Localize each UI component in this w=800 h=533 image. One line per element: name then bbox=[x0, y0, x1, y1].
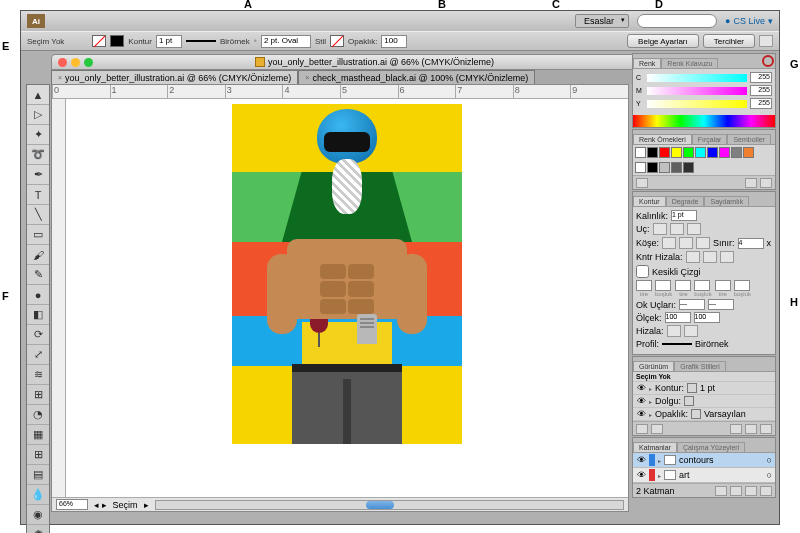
swatch[interactable] bbox=[659, 147, 670, 158]
tab-artboards[interactable]: Çalışma Yüzeyleri bbox=[677, 442, 745, 452]
tab-appearance[interactable]: Görünüm bbox=[633, 361, 674, 371]
swatch[interactable] bbox=[635, 147, 646, 158]
perspective-tool[interactable]: ▦ bbox=[27, 425, 49, 445]
swatch[interactable] bbox=[695, 147, 706, 158]
swatch[interactable] bbox=[659, 162, 670, 173]
swatch[interactable] bbox=[743, 147, 754, 158]
document-tab[interactable]: × check_masthead_black.ai @ 100% (CMYK/Ö… bbox=[298, 70, 535, 84]
dash-field[interactable] bbox=[694, 280, 710, 291]
pen-tool[interactable]: ✒ bbox=[27, 165, 49, 185]
dashed-line-checkbox[interactable] bbox=[636, 265, 649, 278]
color-value-input[interactable]: 255 bbox=[750, 72, 772, 83]
swatch[interactable] bbox=[635, 162, 646, 173]
selection-tool[interactable]: ▲ bbox=[27, 85, 49, 105]
minimize-window-icon[interactable] bbox=[71, 58, 80, 67]
tab-color[interactable]: Renk bbox=[633, 58, 661, 68]
dash-field[interactable] bbox=[715, 280, 731, 291]
layer-visibility-icon[interactable]: 👁 bbox=[636, 455, 646, 465]
free-transform-tool[interactable]: ⊞ bbox=[27, 385, 49, 405]
brush-preview[interactable] bbox=[186, 40, 216, 42]
visibility-icon[interactable]: 👁 bbox=[636, 396, 646, 406]
tab-gradient[interactable]: Degrade bbox=[666, 196, 705, 206]
stroke-swatch[interactable] bbox=[110, 35, 124, 47]
new-swatch-icon[interactable] bbox=[745, 178, 757, 188]
eyedropper-tool[interactable]: 💧 bbox=[27, 485, 49, 505]
eraser-tool[interactable]: ◧ bbox=[27, 305, 49, 325]
cap-round-icon[interactable] bbox=[670, 223, 684, 235]
layer-target-icon[interactable]: ○ bbox=[767, 470, 772, 480]
delete-swatch-icon[interactable] bbox=[760, 178, 772, 188]
direct-selection-tool[interactable]: ▷ bbox=[27, 105, 49, 125]
workspace-switcher[interactable]: Esaslar bbox=[575, 14, 629, 28]
paintbrush-tool[interactable]: 🖌 bbox=[27, 245, 49, 265]
delete-layer-icon[interactable] bbox=[760, 486, 772, 496]
horizontal-scrollbar[interactable] bbox=[155, 500, 624, 510]
swatch[interactable] bbox=[647, 162, 658, 173]
zoom-window-icon[interactable] bbox=[84, 58, 93, 67]
arrow-end-field[interactable]: — bbox=[708, 299, 734, 310]
new-fill-icon[interactable] bbox=[636, 424, 648, 434]
layer-row[interactable]: 👁▸contours○ bbox=[633, 453, 775, 468]
preferences-button[interactable]: Tercihler bbox=[703, 34, 755, 48]
color-value-input[interactable]: 255 bbox=[750, 85, 772, 96]
cap-butt-icon[interactable] bbox=[653, 223, 667, 235]
gradient-tool[interactable]: ▤ bbox=[27, 465, 49, 485]
search-input[interactable] bbox=[637, 14, 717, 28]
tab-brushes[interactable]: Fırçalar bbox=[692, 134, 728, 144]
shape-builder-tool[interactable]: ◔ bbox=[27, 405, 49, 425]
tab-color-guide[interactable]: Renk Kılavuzu bbox=[661, 58, 718, 68]
clear-icon[interactable] bbox=[745, 424, 757, 434]
stroke-weight-field[interactable]: 1 pt bbox=[671, 210, 697, 221]
new-sublayer-icon[interactable] bbox=[730, 486, 742, 496]
vertical-ruler[interactable] bbox=[52, 99, 66, 497]
rotate-tool[interactable]: ⟳ bbox=[27, 325, 49, 345]
align-icon[interactable] bbox=[759, 35, 773, 47]
color-slider[interactable] bbox=[647, 100, 747, 108]
locate-layer-icon[interactable] bbox=[715, 486, 727, 496]
scale-tool[interactable]: ⤢ bbox=[27, 345, 49, 365]
arrow-place2-icon[interactable] bbox=[684, 325, 698, 337]
delete-icon[interactable] bbox=[760, 424, 772, 434]
zoom-input[interactable]: 66% bbox=[56, 499, 88, 510]
close-window-icon[interactable] bbox=[58, 58, 67, 67]
swatch[interactable] bbox=[683, 162, 694, 173]
align-center-icon[interactable] bbox=[686, 251, 700, 263]
canvas[interactable] bbox=[66, 99, 628, 497]
brush-shape-input[interactable]: 2 pt. Oval bbox=[261, 35, 311, 48]
align-inside-icon[interactable] bbox=[703, 251, 717, 263]
color-slider[interactable] bbox=[647, 74, 747, 82]
tab-layers[interactable]: Katmanlar bbox=[633, 442, 677, 452]
lasso-tool[interactable]: ➰ bbox=[27, 145, 49, 165]
opacity-input[interactable]: 100 bbox=[381, 35, 407, 48]
blob-brush-tool[interactable]: ● bbox=[27, 285, 49, 305]
appearance-row[interactable]: 👁▸Dolgu: bbox=[633, 395, 775, 408]
stroke-weight-input[interactable]: 1 pt bbox=[156, 35, 182, 48]
swatch[interactable] bbox=[671, 162, 682, 173]
tab-stroke[interactable]: Kontur bbox=[633, 196, 666, 206]
visibility-icon[interactable]: 👁 bbox=[636, 383, 646, 393]
mesh-tool[interactable]: ⊞ bbox=[27, 445, 49, 465]
join-miter-icon[interactable] bbox=[662, 237, 676, 249]
cslive-button[interactable]: CS Live ▾ bbox=[725, 16, 773, 26]
arrow-start-field[interactable]: — bbox=[679, 299, 705, 310]
scrollbar-thumb[interactable] bbox=[366, 501, 394, 509]
new-layer-icon[interactable] bbox=[745, 486, 757, 496]
layer-visibility-icon[interactable]: 👁 bbox=[636, 470, 646, 480]
arrow-scale1-field[interactable]: 100 bbox=[665, 312, 691, 323]
miter-limit-field[interactable]: 4 bbox=[738, 238, 764, 249]
layer-target-icon[interactable]: ○ bbox=[767, 455, 772, 465]
appearance-row[interactable]: 👁▸Kontur:1 pt bbox=[633, 382, 775, 395]
swatch[interactable] bbox=[731, 147, 742, 158]
tab-graphic-styles[interactable]: Grafik Stilleri bbox=[674, 361, 726, 371]
collapse-panels-icon[interactable] bbox=[762, 55, 774, 67]
swatch[interactable] bbox=[707, 147, 718, 158]
pencil-tool[interactable]: ✎ bbox=[27, 265, 49, 285]
arrow-scale2-field[interactable]: 100 bbox=[694, 312, 720, 323]
align-outside-icon[interactable] bbox=[720, 251, 734, 263]
swatch[interactable] bbox=[647, 147, 658, 158]
color-value-input[interactable]: 255 bbox=[750, 98, 772, 109]
join-bevel-icon[interactable] bbox=[696, 237, 710, 249]
color-slider[interactable] bbox=[647, 87, 747, 95]
tab-symbols[interactable]: Semboller bbox=[727, 134, 771, 144]
tab-swatches[interactable]: Renk Örnekleri bbox=[633, 134, 692, 144]
